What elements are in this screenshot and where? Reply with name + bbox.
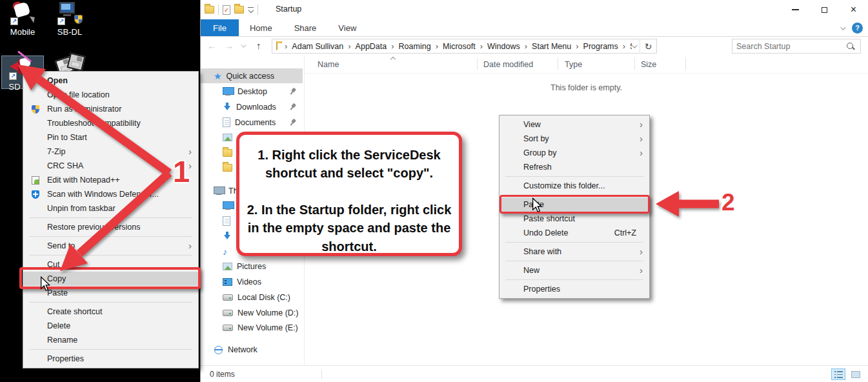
sidebar-item-network[interactable]: Network bbox=[201, 342, 303, 357]
menu-item-rename[interactable]: Rename bbox=[23, 333, 198, 347]
thumbnails-view-button[interactable] bbox=[849, 368, 863, 380]
column-name[interactable]: Name bbox=[318, 60, 339, 69]
submenu-arrow-icon: › bbox=[640, 132, 643, 146]
breadcrumb-item[interactable]: Windows bbox=[487, 42, 520, 51]
sidebar-item-videos[interactable]: Videos bbox=[201, 274, 303, 289]
sidebar-item-new-volume-e[interactable]: New Volume (E:) bbox=[201, 320, 303, 335]
sidebar-item-documents[interactable]: Documents bbox=[201, 115, 303, 130]
menu-item-create-shortcut[interactable]: Create shortcut bbox=[23, 305, 198, 319]
menu-item-crc-sha[interactable]: CRC SHA› bbox=[23, 159, 198, 173]
breadcrumb-item[interactable]: AppData bbox=[356, 42, 387, 51]
menu-item-group-by[interactable]: Group by› bbox=[500, 146, 649, 160]
menu-item-properties[interactable]: Properties bbox=[500, 282, 649, 296]
menu-item-sort-by[interactable]: Sort by› bbox=[500, 132, 649, 146]
breadcrumb-item[interactable]: Start Menu bbox=[532, 42, 571, 51]
tab-share[interactable]: Share bbox=[283, 19, 328, 36]
highlight-copy-box bbox=[19, 267, 201, 289]
customize-toolbar-icon[interactable] bbox=[248, 7, 254, 13]
menu-item-delete[interactable]: Delete bbox=[23, 319, 198, 333]
sort-ascending-icon bbox=[390, 57, 396, 62]
maximize-button[interactable] bbox=[810, 0, 839, 19]
menu-item-refresh[interactable]: Refresh bbox=[500, 160, 649, 174]
shortcut-arrow-icon: ↗ bbox=[9, 72, 17, 80]
minimize-button[interactable] bbox=[781, 0, 810, 19]
annotation-step-1: 1. Right click the ServiceDesk shortcut … bbox=[245, 146, 454, 183]
submenu-arrow-icon: › bbox=[640, 146, 643, 160]
menu-item-customize-this-folder[interactable]: Customize this folder... bbox=[500, 179, 649, 193]
details-view-button[interactable] bbox=[831, 368, 845, 380]
help-icon[interactable]: ? bbox=[852, 23, 863, 34]
menu-item-share-with[interactable]: Share with› bbox=[500, 245, 649, 259]
documents-icon bbox=[223, 117, 230, 127]
close-button[interactable]: × bbox=[839, 0, 868, 19]
tab-file[interactable]: File bbox=[201, 19, 239, 36]
forward-icon[interactable]: → bbox=[224, 40, 234, 51]
up-icon[interactable]: ↑ bbox=[256, 40, 261, 51]
search-box[interactable] bbox=[732, 39, 861, 54]
pin-icon bbox=[288, 86, 298, 96]
menu-item-run-as-administrator[interactable]: Run as administrator bbox=[23, 102, 198, 116]
menu-item-edit-with-notepad[interactable]: Edit with Notepad++ bbox=[23, 173, 198, 187]
recent-locations-icon[interactable] bbox=[241, 42, 246, 47]
sidebar-item-desktop[interactable]: Desktop bbox=[201, 84, 303, 99]
breadcrumb-item[interactable]: Adam Sullivan bbox=[292, 42, 343, 51]
breadcrumb-item[interactable]: Microsoft bbox=[443, 42, 476, 51]
column-date-modified[interactable]: Date modified bbox=[483, 60, 533, 69]
pictures-icon bbox=[223, 134, 232, 141]
menu-item-unpin-from-taskbar[interactable]: Unpin from taskbar bbox=[23, 201, 198, 216]
thumbnails-view-icon bbox=[851, 371, 860, 378]
search-input[interactable] bbox=[732, 42, 846, 51]
menu-item-undo-delete[interactable]: Undo DeleteCtrl+Z bbox=[500, 226, 649, 240]
column-size[interactable]: Size bbox=[641, 60, 656, 69]
menu-item-troubleshoot-compatibility[interactable]: Troubleshoot compatibility bbox=[23, 116, 198, 130]
properties-icon[interactable] bbox=[223, 5, 230, 15]
downloads-icon bbox=[223, 103, 232, 112]
tab-view[interactable]: View bbox=[327, 19, 367, 36]
sidebar-item-downloads[interactable]: Downloads bbox=[201, 99, 303, 114]
new-folder-icon[interactable] bbox=[234, 6, 244, 14]
sidebar-item-new-volume-d[interactable]: New Volume (D:) bbox=[201, 305, 303, 320]
menu-item-view[interactable]: View› bbox=[500, 117, 649, 132]
menu-item-restore-previous-versions[interactable]: Restore previous versions bbox=[23, 220, 198, 234]
folder-icon bbox=[223, 149, 232, 157]
submenu-arrow-icon: › bbox=[640, 245, 643, 259]
shortcut-arrow-icon: ↗ bbox=[10, 17, 18, 25]
back-icon[interactable]: ← bbox=[207, 40, 217, 51]
sidebar-item-local-disk-c[interactable]: Local Disk (C:) bbox=[201, 290, 303, 305]
desktop-icon bbox=[223, 87, 233, 96]
breadcrumb-item[interactable]: Programs bbox=[583, 42, 618, 51]
menu-item-7zip[interactable]: 7-Zip› bbox=[23, 145, 198, 159]
tab-home[interactable]: Home bbox=[239, 19, 283, 36]
menu-item-scan-with-defender[interactable]: Scan with Windows Defender... bbox=[23, 187, 198, 201]
breadcrumb-item[interactable]: Roaming bbox=[399, 42, 431, 51]
address-bar[interactable]: › Adam Sullivan› AppData› Roaming› Micro… bbox=[272, 39, 657, 54]
menu-item-send-to[interactable]: Send to› bbox=[23, 239, 198, 253]
minimize-ribbon-icon[interactable] bbox=[840, 25, 845, 30]
annotation-box: 1. Right click the ServiceDesk shortcut … bbox=[236, 132, 462, 256]
quick-access-toolbar bbox=[205, 3, 258, 16]
desktop-icon-sb-dl[interactable]: ↗ SB-DL bbox=[51, 2, 88, 37]
pin-icon bbox=[288, 102, 298, 112]
menu-item-pin-to-start[interactable]: Pin to Start bbox=[23, 130, 198, 145]
menu-item-new[interactable]: New› bbox=[500, 263, 649, 277]
column-type[interactable]: Type bbox=[565, 60, 582, 69]
shortcut-arrow-icon: ↗ bbox=[57, 17, 65, 25]
refresh-icon[interactable]: ↻ bbox=[640, 39, 656, 54]
menu-item-paste-shortcut[interactable]: Paste shortcut bbox=[500, 212, 649, 226]
window-controls: × bbox=[781, 0, 868, 19]
mobile-icon: ↗ bbox=[10, 2, 35, 25]
desktop-icon-mobile[interactable]: ↗ Mobile bbox=[4, 2, 41, 37]
submenu-arrow-icon: › bbox=[640, 263, 643, 277]
sidebar-item-quick-access[interactable]: ★ Quick access bbox=[201, 68, 303, 83]
menu-item-open[interactable]: Open bbox=[23, 74, 198, 88]
title-bar: Startup × bbox=[201, 0, 868, 19]
pictures-icon bbox=[223, 263, 232, 270]
address-dropdown-icon[interactable] bbox=[632, 43, 637, 48]
search-icon[interactable] bbox=[846, 42, 855, 51]
menu-item-properties[interactable]: Properties bbox=[23, 352, 198, 366]
folder-icon bbox=[223, 164, 232, 172]
menu-item-open-file-location[interactable]: Open file location bbox=[23, 88, 198, 102]
submenu-arrow-icon: › bbox=[188, 239, 192, 253]
sidebar-item-pictures[interactable]: Pictures bbox=[201, 259, 303, 274]
desktop-icon-label: Mobile bbox=[4, 27, 41, 37]
